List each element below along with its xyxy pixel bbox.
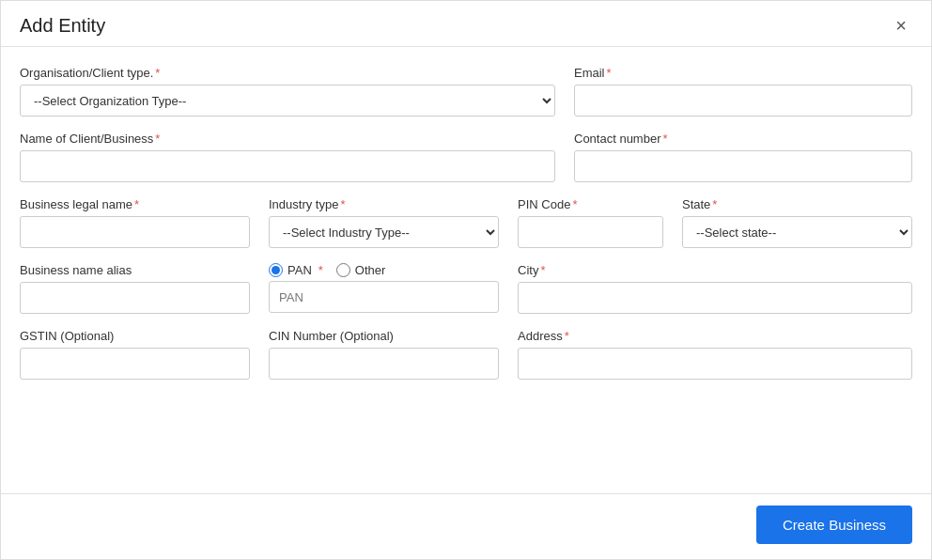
- email-label: Email*: [574, 66, 912, 80]
- modal-header: Add Entity ×: [1, 1, 931, 47]
- row-legal-industry-pin-state: Business legal name* Industry type* --Se…: [20, 197, 912, 248]
- contact-number-group: Contact number*: [574, 132, 912, 182]
- org-type-select[interactable]: --Select Organization Type--IndividualBu…: [20, 85, 555, 117]
- email-input[interactable]: [574, 85, 912, 117]
- row-name-contact: Name of Client/Business* Contact number*: [20, 132, 912, 182]
- pin-code-input[interactable]: [518, 216, 663, 248]
- email-group: Email*: [574, 66, 912, 117]
- cin-group: CIN Number (Optional): [269, 329, 499, 380]
- contact-number-input[interactable]: [574, 150, 912, 182]
- business-legal-name-label: Business legal name*: [20, 197, 250, 211]
- modal-title: Add Entity: [20, 15, 105, 37]
- gstin-label: GSTIN (Optional): [20, 329, 250, 343]
- business-legal-name-input[interactable]: [20, 216, 250, 248]
- org-type-label: Organisation/Client type.*: [20, 66, 555, 80]
- cin-input[interactable]: [269, 348, 499, 380]
- org-type-group: Organisation/Client type.* --Select Orga…: [20, 66, 555, 117]
- cin-label: CIN Number (Optional): [269, 329, 499, 343]
- client-name-label: Name of Client/Business*: [20, 132, 555, 146]
- add-entity-modal: Add Entity × Organisation/Client type.* …: [0, 0, 932, 560]
- business-legal-name-group: Business legal name*: [20, 197, 250, 248]
- city-input[interactable]: [518, 282, 912, 314]
- modal-footer: Create Business: [1, 493, 931, 559]
- industry-type-label: Industry type*: [269, 197, 499, 211]
- state-label: State*: [682, 197, 912, 211]
- business-alias-label: Business name alias: [20, 263, 250, 277]
- gstin-input[interactable]: [20, 348, 250, 380]
- contact-number-label: Contact number*: [574, 132, 912, 146]
- city-group: City*: [518, 263, 912, 314]
- industry-type-group: Industry type* --Select Industry Type--T…: [269, 197, 499, 248]
- city-label: City*: [518, 263, 912, 277]
- address-label: Address*: [518, 329, 912, 343]
- client-name-group: Name of Client/Business*: [20, 132, 555, 182]
- create-business-button[interactable]: Create Business: [756, 506, 912, 544]
- pan-radio[interactable]: [269, 263, 283, 277]
- gstin-group: GSTIN (Optional): [20, 329, 250, 380]
- pan-input[interactable]: [269, 281, 499, 313]
- business-alias-group: Business name alias: [20, 263, 250, 314]
- business-alias-input[interactable]: [20, 282, 250, 314]
- close-button[interactable]: ×: [890, 14, 912, 37]
- pin-code-group: PIN Code*: [518, 197, 663, 248]
- industry-type-select[interactable]: --Select Industry Type--TechnologyFinanc…: [269, 216, 499, 248]
- state-group: State* --Select state--MaharashtraDelhiK…: [682, 197, 912, 248]
- pin-code-label: PIN Code*: [518, 197, 663, 211]
- address-input[interactable]: [518, 348, 912, 380]
- modal-body: Organisation/Client type.* --Select Orga…: [1, 47, 931, 493]
- client-name-input[interactable]: [20, 150, 555, 182]
- pan-other-radio-group: PAN* Other: [269, 263, 499, 277]
- row-alias-pan-city: Business name alias PAN* Other: [20, 263, 912, 314]
- other-radio[interactable]: [336, 263, 350, 277]
- pan-other-group: PAN* Other: [269, 263, 499, 314]
- state-select[interactable]: --Select state--MaharashtraDelhiKarnatak…: [682, 216, 912, 248]
- address-group: Address*: [518, 329, 912, 380]
- other-radio-option[interactable]: Other: [336, 263, 386, 277]
- row-org-email: Organisation/Client type.* --Select Orga…: [20, 66, 912, 117]
- row-gstin-cin-address: GSTIN (Optional) CIN Number (Optional) A…: [20, 329, 912, 380]
- pan-radio-option[interactable]: PAN*: [269, 263, 323, 277]
